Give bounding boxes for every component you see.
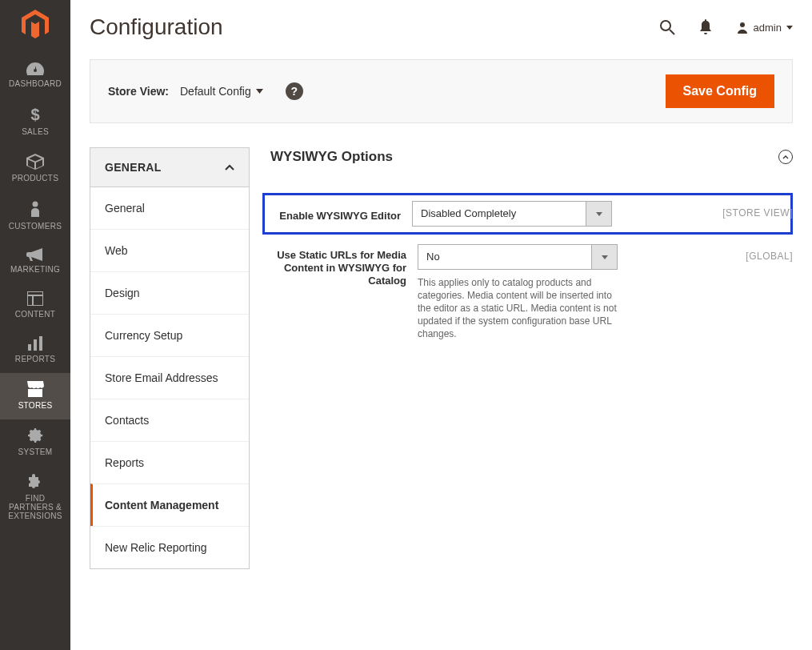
settings-panel: WYSIWYG Options Enable WYSIWYG Editor Di…	[270, 147, 793, 569]
select-value: Disabled Completely	[413, 202, 586, 226]
caret-down-icon	[786, 26, 793, 30]
panel-item-contacts[interactable]: Contacts	[90, 399, 249, 441]
nav-label: CONTENT	[15, 310, 55, 319]
nav-customers[interactable]: CUSTOMERS	[0, 192, 70, 240]
person-icon	[30, 200, 41, 218]
nav-partners[interactable]: FIND PARTNERS & EXTENSIONS	[0, 466, 70, 530]
field-help-text: This applies only to catalog products an…	[418, 276, 618, 340]
nav-reports[interactable]: REPORTS	[0, 328, 70, 373]
page-header: Configuration admin	[90, 14, 793, 40]
nav-marketing[interactable]: MARKETING	[0, 240, 70, 283]
field-control-static-urls: No This applies only to catalog products…	[418, 244, 618, 340]
store-view-select[interactable]: Default Config	[180, 85, 263, 98]
toolbar: Store View: Default Config ? Save Config	[90, 59, 793, 123]
select-static-urls[interactable]: No	[418, 244, 618, 270]
field-label-enable: Enable WYSIWYG Editor	[273, 205, 401, 223]
panel-items: General Web Design Currency Setup Store …	[90, 187, 250, 569]
svg-point-10	[740, 22, 745, 27]
select-value: No	[418, 245, 591, 269]
panel-item-new-relic[interactable]: New Relic Reporting	[90, 526, 249, 568]
field-scope-enable: [STORE VIEW]	[722, 201, 793, 219]
nav-stores[interactable]: STORES	[0, 373, 70, 419]
user-name: admin	[754, 22, 782, 34]
main-content: Configuration admin Store View: Default …	[70, 0, 812, 650]
svg-point-1	[33, 202, 38, 207]
page-title: Configuration	[90, 14, 223, 40]
panel-item-reports[interactable]: Reports	[90, 441, 249, 483]
magento-logo[interactable]	[22, 10, 49, 40]
nav-system[interactable]: SYSTEM	[0, 419, 70, 466]
dollar-icon: $	[30, 106, 41, 123]
store-view-label: Store View:	[108, 85, 169, 98]
nav-sales[interactable]: $ SALES	[0, 98, 70, 146]
collapse-icon	[778, 150, 793, 164]
field-control-enable: Disabled Completely	[412, 201, 612, 227]
svg-rect-6	[34, 339, 37, 351]
config-sidepanel: GENERAL General Web Design Currency Setu…	[90, 147, 250, 569]
field-label-static-urls: Use Static URLs for Media Content in WYS…	[270, 244, 406, 287]
save-config-button[interactable]: Save Config	[666, 74, 774, 108]
caret-down-icon	[586, 202, 611, 226]
svg-point-8	[661, 21, 670, 30]
bar-chart-icon	[27, 336, 43, 351]
section-title: WYSIWYG Options	[270, 149, 393, 165]
gear-icon	[27, 427, 43, 443]
config-content: GENERAL General Web Design Currency Setu…	[90, 147, 793, 569]
megaphone-icon	[26, 248, 44, 261]
box-icon	[26, 154, 44, 170]
nav-label: SYSTEM	[18, 447, 53, 456]
nav-label: FIND PARTNERS & EXTENSIONS	[3, 494, 67, 520]
svg-rect-5	[28, 344, 31, 351]
user-icon	[736, 21, 749, 34]
svg-rect-2	[27, 291, 43, 306]
nav-label: CUSTOMERS	[9, 222, 62, 231]
select-enable-wysiwyg[interactable]: Disabled Completely	[412, 201, 612, 227]
nav-dashboard[interactable]: DASHBOARD	[0, 54, 70, 98]
caret-down-icon	[256, 89, 263, 94]
svg-text:$: $	[30, 106, 39, 123]
puzzle-icon	[27, 474, 43, 490]
header-actions: admin	[659, 19, 793, 35]
chevron-up-icon	[225, 164, 234, 171]
layout-icon	[27, 291, 43, 306]
nav-label: SALES	[22, 127, 49, 136]
store-icon	[26, 381, 44, 397]
nav-label: REPORTS	[15, 355, 55, 363]
search-icon[interactable]	[659, 19, 675, 35]
panel-group-title: GENERAL	[105, 161, 162, 174]
panel-item-general[interactable]: General	[90, 187, 249, 229]
user-menu[interactable]: admin	[736, 21, 793, 34]
nav-label: DASHBOARD	[9, 79, 62, 88]
svg-line-9	[670, 30, 674, 34]
panel-group-general[interactable]: GENERAL	[90, 147, 250, 187]
help-icon[interactable]: ?	[286, 82, 303, 100]
caret-down-icon	[591, 245, 617, 269]
panel-item-web[interactable]: Web	[90, 229, 249, 271]
field-static-urls: Use Static URLs for Media Content in WYS…	[270, 244, 793, 340]
bell-icon[interactable]	[699, 19, 712, 35]
nav-content[interactable]: CONTENT	[0, 283, 70, 328]
nav-label: PRODUCTS	[12, 174, 59, 183]
nav-label: STORES	[18, 401, 53, 410]
panel-item-store-email[interactable]: Store Email Addresses	[90, 356, 249, 399]
nav-label: MARKETING	[10, 265, 60, 274]
gauge-icon	[26, 62, 44, 75]
panel-item-design[interactable]: Design	[90, 271, 249, 314]
section-wysiwyg-header[interactable]: WYSIWYG Options	[270, 149, 793, 165]
field-scope-static-urls: [GLOBAL]	[746, 244, 793, 262]
store-view-value: Default Config	[180, 85, 251, 98]
panel-item-currency[interactable]: Currency Setup	[90, 314, 249, 356]
store-view-switcher: Store View: Default Config ?	[108, 82, 303, 100]
admin-sidebar: DASHBOARD $ SALES PRODUCTS CUSTOMERS MAR…	[0, 0, 70, 650]
panel-item-content-management[interactable]: Content Management	[90, 483, 249, 526]
svg-rect-7	[39, 336, 42, 351]
nav-products[interactable]: PRODUCTS	[0, 146, 70, 192]
